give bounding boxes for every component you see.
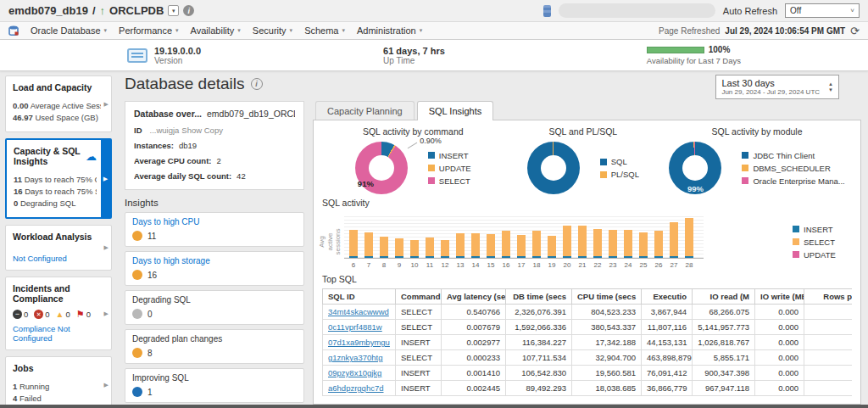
sql-insights-panel: SQL activity by command 91% 0.90% INSERT… bbox=[313, 120, 861, 405]
bar bbox=[532, 231, 541, 258]
cell: 0.000 bbox=[755, 381, 804, 396]
legend-item: UPDATE bbox=[428, 164, 471, 173]
sql-id-link[interactable]: g1znkya370htg bbox=[328, 353, 382, 362]
x-tick-label: 6 bbox=[349, 261, 358, 269]
column-header[interactable]: Executio bbox=[642, 289, 693, 305]
sidebar-card-workload-analysis[interactable]: Workload Analysis Not Configured ▶ bbox=[5, 225, 112, 271]
cell: 0.007679 bbox=[442, 320, 506, 335]
chart-sql-activity-by-command: SQL activity by command 91% 0.90% INSERT… bbox=[322, 126, 504, 194]
warning-icon: ▲ bbox=[56, 310, 64, 319]
cell: 89,492.293 bbox=[506, 381, 572, 396]
cell: 11,807,116 bbox=[642, 320, 693, 335]
column-header[interactable]: Avg latency (secs bbox=[442, 289, 506, 305]
insight-card-days-to-high-cpu[interactable]: Days to high CPU 11 bbox=[125, 212, 304, 247]
bar bbox=[364, 232, 373, 258]
chevron-down-icon: ˅ bbox=[850, 7, 854, 14]
refresh-icon[interactable]: ⟳ bbox=[850, 25, 860, 36]
insight-card-days-to-high-storage[interactable]: Days to high storage 16 bbox=[125, 251, 304, 286]
search-pill[interactable] bbox=[559, 3, 715, 18]
bar bbox=[395, 238, 403, 258]
right-column: Capacity Planning SQL Insights SQL activ… bbox=[313, 101, 861, 405]
target-dropdown-icon[interactable]: ▾ bbox=[168, 5, 179, 16]
x-tick-label: 25 bbox=[639, 261, 648, 269]
y-axis-label: Avg active sessions bbox=[322, 215, 344, 269]
donut-charts-row: SQL activity by command 91% 0.90% INSERT… bbox=[322, 126, 852, 194]
legend-sql-activity: INSERTSELECTUPDATE bbox=[793, 225, 836, 260]
chevron-down-icon: ▾ bbox=[175, 27, 179, 34]
donut-inner-label: 91% bbox=[358, 179, 374, 188]
auto-refresh-value: Off bbox=[790, 6, 801, 15]
column-header[interactable]: Command bbox=[396, 289, 442, 305]
auto-refresh-select[interactable]: Off ˅ bbox=[785, 3, 860, 18]
x-tick-label: 18 bbox=[532, 261, 541, 269]
legend-item: UPDATE bbox=[793, 250, 836, 260]
legend-sql-by-module: JDBC Thin ClientDBMS_SCHEDULEROracle Ent… bbox=[742, 151, 844, 186]
menu-schema[interactable]: Schema▾ bbox=[304, 25, 345, 36]
sql-id-link[interactable]: a6hdpzrgqhc7d bbox=[328, 383, 384, 393]
show-copy-link[interactable]: Show Copy bbox=[181, 126, 223, 135]
selected-strip: ▶ bbox=[101, 140, 110, 217]
cell: SELECT bbox=[396, 350, 442, 366]
summary-strip: 19.19.0.0.0 Version 61 days, 7 hrs Up Ti… bbox=[0, 40, 868, 71]
x-tick-label: 27 bbox=[670, 261, 678, 269]
menu-oracle-database[interactable]: Oracle Database▾ bbox=[31, 25, 107, 36]
date-range-select[interactable]: Last 30 days Jun 29, 2024 - Jul 29, 2024… bbox=[715, 75, 839, 99]
x-tick-label: 8 bbox=[380, 261, 388, 269]
bar bbox=[487, 234, 495, 258]
availability-summary: 100% Availability for Last 7 Days bbox=[647, 45, 741, 65]
db-id-value: ...wuigja bbox=[150, 126, 180, 135]
sidebar-card-capacity-sql-insights[interactable]: Capacity & SQL Insights☁ 11 Days to reac… bbox=[5, 138, 112, 219]
x-tick-label: 22 bbox=[593, 261, 602, 269]
cell: 19,560.581 bbox=[572, 366, 642, 381]
target-info-icon[interactable]: i bbox=[183, 5, 194, 16]
bar bbox=[670, 222, 678, 258]
sidebar-card-load-capacity[interactable]: Load and Capacity 0.00 Average Active Se… bbox=[5, 75, 112, 132]
column-header[interactable]: DB time (secs bbox=[506, 289, 572, 305]
sql-id-link[interactable]: 0c11vprf4881w bbox=[328, 322, 382, 332]
column-header[interactable]: Rows per e bbox=[804, 289, 853, 305]
cell: 0.000 bbox=[755, 366, 804, 381]
cell: 0.002445 bbox=[442, 381, 506, 396]
compliance-not-configured-link[interactable]: Compliance Not Configured bbox=[13, 324, 101, 343]
spinner-icon: ▲▼ bbox=[828, 81, 833, 92]
sql-id-link[interactable]: 34mt4skacwwwd bbox=[328, 307, 389, 316]
insight-card-degraded-plan-changes[interactable]: Degraded plan changes 8 bbox=[125, 329, 304, 364]
legend-sql-by-command: INSERTUPDATESELECT bbox=[428, 151, 471, 186]
workload-not-configured-link[interactable]: Not Configured bbox=[13, 254, 101, 263]
column-header[interactable]: IO write (MB bbox=[755, 289, 804, 305]
info-icon[interactable]: i bbox=[251, 78, 263, 90]
sidebar-card-jobs[interactable]: Jobs 1 Running 4 Failed ▶ bbox=[5, 356, 112, 405]
availability-bar bbox=[647, 47, 704, 53]
column-header[interactable]: CPU time (secs bbox=[572, 289, 642, 305]
insight-card-degrading-sql[interactable]: Degrading SQL 0 bbox=[125, 290, 304, 325]
cell: 0.000233 bbox=[442, 350, 506, 366]
column-header[interactable]: SQL ID bbox=[323, 289, 396, 305]
legend-label: Oracle Enterprise Mana... bbox=[753, 176, 844, 186]
menu-security[interactable]: Security▾ bbox=[253, 25, 292, 36]
menu-administration[interactable]: Administration▾ bbox=[357, 25, 422, 36]
overview-name: emdb079_db19_ORCLPDB bbox=[207, 109, 295, 119]
uptime-summary: 61 days, 7 hrs Up Time bbox=[383, 46, 445, 65]
legend-label: SELECT bbox=[804, 238, 835, 247]
x-tick-label: 13 bbox=[456, 261, 465, 269]
legend-swatch-icon bbox=[742, 177, 748, 184]
bar-plot bbox=[344, 215, 704, 259]
legend-swatch-icon bbox=[793, 226, 799, 232]
chevron-right-icon: ▶ bbox=[104, 310, 108, 317]
cell: 3,867,944 bbox=[642, 305, 693, 320]
x-tick-label: 23 bbox=[609, 261, 617, 269]
uptime-label: Up Time bbox=[383, 56, 445, 65]
insight-card-improving-sql[interactable]: Improving SQL 1 bbox=[125, 368, 304, 403]
sidebar-card-incidents-compliance[interactable]: Incidents and Compliance −0 ✕0 ▲0 ⚑0 Com… bbox=[5, 277, 112, 350]
column-header[interactable]: IO read (M bbox=[693, 289, 755, 305]
legend-swatch-icon bbox=[793, 238, 799, 245]
tab-sql-insights[interactable]: SQL Insights bbox=[417, 101, 494, 120]
bar bbox=[456, 233, 465, 258]
tab-capacity-planning[interactable]: Capacity Planning bbox=[315, 101, 415, 120]
sql-id-link[interactable]: 09pzy8x10gjkg bbox=[328, 368, 381, 377]
sql-id-link[interactable]: 07d1xa9mbymgu bbox=[328, 338, 390, 347]
menu-availability[interactable]: Availability▾ bbox=[191, 25, 241, 36]
legend-label: SELECT bbox=[439, 176, 470, 186]
menu-performance[interactable]: Performance▾ bbox=[119, 25, 179, 36]
table-row: a6hdpzrgqhc7dINSERT0.00244589,492.29318,… bbox=[323, 381, 853, 396]
